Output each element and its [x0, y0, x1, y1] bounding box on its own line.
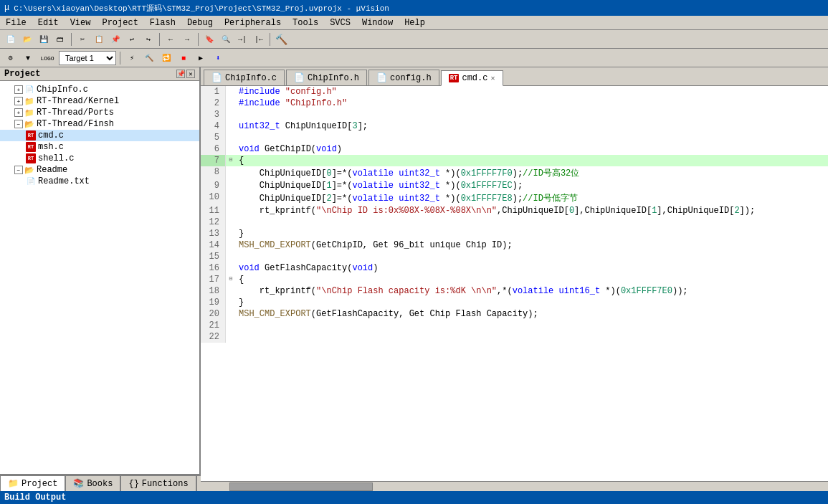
folder-icon-finsh: 📂 — [24, 119, 34, 129]
expand-readme[interactable]: − — [14, 166, 23, 174]
menu-item-file[interactable]: File — [0, 16, 32, 29]
expand-chipinfo-c[interactable]: + — [14, 85, 23, 94]
menu-item-peripherals[interactable]: Peripherals — [219, 16, 287, 29]
panel-pin-btn[interactable]: 📌 — [176, 70, 185, 78]
translate-btn[interactable]: ⚡ — [124, 50, 140, 66]
tree-label-msh-c: msh.c — [38, 142, 64, 152]
project-tree: + 📄 ChipInfo.c + 📁 RT-Thread/Kernel + 📁 … — [0, 81, 199, 474]
line-content-1[interactable]: #include "config.h" — [236, 86, 828, 98]
code-line-2: 2 #include "ChipInfo.h" — [201, 98, 828, 109]
tab-books[interactable]: 📚 Books — [65, 475, 120, 491]
tab-chipinfo-c[interactable]: 📄 ChipInfo.c — [204, 70, 285, 85]
menu-item-window[interactable]: Window — [356, 16, 399, 29]
sep5 — [120, 52, 120, 65]
toolbar-secondary: ⚙ ▼ LOGO Target 1 ⚡ 🔨 🔁 ■ ▶ ⬇ — [0, 49, 828, 67]
paste-btn[interactable]: 📌 — [108, 32, 123, 47]
line-num-20: 20 — [201, 308, 226, 320]
tab-functions[interactable]: {} Functions — [120, 475, 196, 491]
dbg-start-btn[interactable]: ▶ — [193, 50, 209, 66]
tree-item-msh-c[interactable]: RT msh.c — [0, 141, 199, 153]
save-btn[interactable]: 💾 — [36, 32, 52, 47]
menu-item-edit[interactable]: Edit — [32, 16, 65, 29]
line-content-14[interactable]: MSH_CMD_EXPORT(GetChipID, Get 96_bit uni… — [236, 239, 828, 251]
download-btn[interactable]: ⬇ — [210, 50, 226, 66]
menu-item-view[interactable]: View — [65, 16, 97, 29]
cut-btn[interactable]: ✂ — [75, 32, 90, 47]
menu-item-tools[interactable]: Tools — [287, 16, 324, 29]
redo-btn[interactable]: ↪ — [141, 32, 156, 47]
open-btn[interactable]: 📂 — [19, 32, 35, 47]
line-content-3[interactable] — [236, 109, 828, 120]
horizontal-scrollbar[interactable] — [201, 481, 828, 491]
tree-item-readme-txt[interactable]: 📄 Readme.txt — [0, 176, 199, 187]
sep4 — [270, 33, 270, 46]
menu-item-svcs[interactable]: SVCS — [324, 16, 356, 29]
copy-btn[interactable]: 📋 — [91, 32, 107, 47]
bookmark-btn[interactable]: 🔖 — [201, 32, 217, 47]
line-content-13[interactable]: } — [236, 228, 828, 239]
h-scroll-thumb[interactable] — [229, 482, 373, 491]
expand-kernel[interactable]: + — [14, 97, 23, 105]
tree-label-chipinfo-c: ChipInfo.c — [37, 85, 88, 95]
line-content-19[interactable]: } — [236, 297, 828, 308]
line-content-6[interactable]: void GetChipID(void) — [236, 143, 828, 155]
code-editor[interactable]: 1 #include "config.h" 2 #include "ChipIn… — [201, 86, 828, 481]
tree-item-kernel[interactable]: + 📁 RT-Thread/Kernel — [0, 95, 199, 107]
line-num-6: 6 — [201, 143, 226, 155]
tab-project[interactable]: 📁 Project — [0, 475, 65, 491]
line-content-8[interactable]: ChipUniqueID[0]=*(volatile uint32_t *)(0… — [236, 166, 828, 180]
tree-item-cmd-c[interactable]: RT cmd.c — [0, 130, 199, 141]
code-line-8: 8 ChipUniqueID[0]=*(volatile uint32_t *)… — [201, 166, 828, 180]
panel-controls: 📌 ✕ — [176, 70, 195, 78]
logo-btn[interactable]: LOGO — [37, 50, 57, 66]
undo-btn[interactable]: ↩ — [124, 32, 140, 47]
build-btn[interactable]: 🔨 — [273, 32, 289, 47]
new-btn[interactable]: 📄 — [3, 32, 19, 47]
tree-item-shell-c[interactable]: RT shell.c — [0, 153, 199, 164]
line-content-17[interactable]: { — [236, 274, 828, 285]
line-content-21[interactable] — [236, 320, 828, 331]
nav-fwd-btn[interactable]: → — [179, 32, 195, 47]
tree-item-ports[interactable]: + 📁 RT-Thread/Ports — [0, 107, 199, 118]
expand-ports[interactable]: + — [14, 108, 23, 117]
target-select[interactable]: Target 1 — [59, 51, 116, 65]
line-content-20[interactable]: MSH_CMD_EXPORT(GetFlashCapacity, Get Chi… — [236, 308, 828, 320]
tree-item-chipinfo-c[interactable]: + 📄 ChipInfo.c — [0, 84, 199, 95]
tree-item-finsh[interactable]: − 📂 RT-Thread/Finsh — [0, 118, 199, 130]
cmd-c-close[interactable]: ✕ — [490, 74, 495, 82]
line-content-16[interactable]: void GetFlashCapacity(void) — [236, 262, 828, 274]
target-options-btn[interactable]: ⚙ — [3, 50, 19, 66]
indent-btn[interactable]: →| — [234, 32, 250, 47]
load-btn[interactable]: ▼ — [20, 50, 36, 66]
save-all-btn[interactable]: 🗃 — [52, 32, 68, 47]
line-num-14: 14 — [201, 239, 226, 251]
stop-btn[interactable]: ■ — [176, 50, 191, 66]
line-content-15[interactable] — [236, 251, 828, 262]
line-content-9[interactable]: ChipUniqueID[1]=*(volatile uint32_t *)(0… — [236, 180, 828, 191]
folder-icon-ports: 📁 — [24, 108, 34, 118]
nav-back-btn[interactable]: ← — [163, 32, 179, 47]
tab-config-h[interactable]: 📄 config.h — [368, 70, 439, 85]
line-content-2[interactable]: #include "ChipInfo.h" — [236, 98, 828, 109]
tab-cmd-c[interactable]: RT cmd.c ✕ — [441, 70, 503, 86]
find-btn[interactable]: 🔍 — [218, 32, 234, 47]
line-content-5[interactable] — [236, 132, 828, 143]
tab-chipinfo-h[interactable]: 📄 ChipInfo.h — [286, 70, 367, 85]
line-content-10[interactable]: ChipUniqueID[2]=*(volatile uint32_t *)(0… — [236, 191, 828, 205]
line-content-12[interactable] — [236, 217, 828, 228]
line-content-7[interactable]: { — [236, 155, 828, 166]
rebuild-btn[interactable]: 🔁 — [158, 50, 174, 66]
menu-item-help[interactable]: Help — [399, 16, 431, 29]
menu-item-project[interactable]: Project — [96, 16, 143, 29]
expand-finsh[interactable]: − — [14, 120, 23, 128]
line-content-11[interactable]: rt_kprintf("\nChip ID is:0x%08X-%08X-%08… — [236, 205, 828, 217]
build2-btn[interactable]: 🔨 — [141, 50, 157, 66]
unindent-btn[interactable]: |← — [251, 32, 267, 47]
panel-close-btn[interactable]: ✕ — [186, 70, 195, 78]
menu-item-debug[interactable]: Debug — [181, 16, 219, 29]
line-content-18[interactable]: rt_kprintf("\nChip Flash capacity is:%dK… — [236, 285, 828, 297]
tree-item-readme-folder[interactable]: − 📂 Readme — [0, 164, 199, 176]
line-content-4[interactable]: uint32_t ChipUniqueID[3]; — [236, 120, 828, 132]
line-content-22[interactable] — [236, 331, 828, 343]
menu-item-flash[interactable]: Flash — [144, 16, 181, 29]
